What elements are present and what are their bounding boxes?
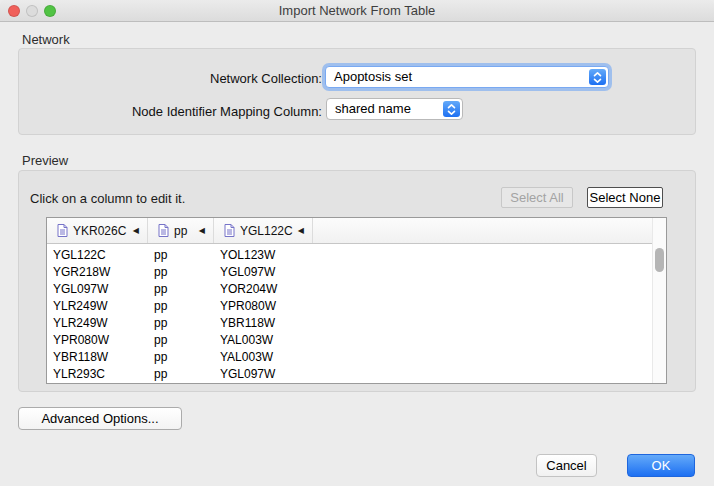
table-cell: YBR118W (214, 315, 313, 332)
table-cell: YLR293C (47, 366, 148, 383)
table-cell: YGL097W (47, 281, 148, 298)
preview-table-body: YGL122CppYOL123WYGR218WppYGL097WYGL097Wp… (47, 244, 652, 383)
mapping-column-select[interactable]: shared name (326, 98, 463, 120)
table-cell: YGL122C (47, 247, 148, 264)
table-cell: YGL097W (214, 264, 313, 281)
table-cell: YBR118W (47, 349, 148, 366)
table-cell: YGR218W (47, 264, 148, 281)
column-header-pp[interactable]: pp◀ (148, 218, 214, 243)
titlebar: Import Network From Table (0, 0, 714, 22)
scrollbar-thumb[interactable] (655, 248, 664, 272)
network-collection-label: Network Collection: (210, 71, 322, 86)
preview-table-header-row: YKR026C◀pp◀YGL122C◀ (47, 218, 652, 244)
preview-section-label: Preview (22, 153, 68, 168)
table-row: YGL097WppYOR204W (47, 281, 652, 298)
table-cell: YOL123W (214, 247, 313, 264)
network-collection-value: Apoptosis set (334, 69, 412, 84)
table-cell: YAL003W (214, 332, 313, 349)
zoom-window-icon[interactable] (44, 5, 56, 17)
minimize-window-icon[interactable] (26, 5, 38, 17)
table-cell: pp (148, 247, 214, 264)
window-title: Import Network From Table (0, 0, 714, 21)
column-collapse-icon[interactable]: ◀ (298, 227, 304, 235)
cancel-button[interactable]: Cancel (536, 454, 597, 477)
table-cell: YPR080W (47, 332, 148, 349)
column-type-icon (57, 224, 68, 237)
vertical-scrollbar[interactable] (652, 218, 666, 383)
table-cell: YLR249W (47, 315, 148, 332)
table-cell: pp (148, 349, 214, 366)
ok-button[interactable]: OK (627, 454, 695, 477)
table-cell: YGL097W (214, 366, 313, 383)
table-cell: pp (148, 332, 214, 349)
column-type-icon (224, 224, 235, 237)
select-all-button[interactable]: Select All (501, 187, 573, 208)
table-cell: pp (148, 281, 214, 298)
table-cell: YOR204W (214, 281, 313, 298)
import-network-dialog: Import Network From Table Network Networ… (0, 0, 714, 486)
column-header-filler (313, 218, 652, 243)
network-collection-select[interactable]: Apoptosis set (325, 66, 609, 88)
column-header-label: YKR026C (73, 224, 126, 238)
column-header-YKR026C[interactable]: YKR026C◀ (47, 218, 148, 243)
table-row: YLR293CppYGL097W (47, 366, 652, 383)
chevron-up-down-icon[interactable] (589, 69, 606, 85)
close-window-icon[interactable] (8, 5, 20, 17)
table-row: YLR249WppYPR080W (47, 298, 652, 315)
table-row: YLR249WppYBR118W (47, 315, 652, 332)
table-row: YPR080WppYAL003W (47, 332, 652, 349)
column-collapse-icon[interactable]: ◀ (199, 227, 205, 235)
mapping-column-label: Node Identifier Mapping Column: (132, 104, 322, 119)
chevron-up-down-icon[interactable] (443, 101, 460, 117)
table-cell: pp (148, 298, 214, 315)
table-cell: pp (148, 264, 214, 281)
mapping-column-value: shared name (335, 101, 411, 116)
table-cell: YLR249W (47, 298, 148, 315)
table-row: YGR218WppYGL097W (47, 264, 652, 281)
column-collapse-icon[interactable]: ◀ (133, 227, 139, 235)
table-row: YGL122CppYOL123W (47, 247, 652, 264)
table-row: YBR118WppYAL003W (47, 349, 652, 366)
preview-table: YKR026C◀pp◀YGL122C◀ YGL122CppYOL123WYGR2… (46, 217, 667, 384)
select-none-button[interactable]: Select None (587, 187, 663, 208)
column-header-label: YGL122C (240, 224, 293, 238)
table-cell: YPR080W (214, 298, 313, 315)
network-section-label: Network (22, 32, 70, 47)
preview-hint-text: Click on a column to edit it. (30, 191, 185, 206)
table-cell: pp (148, 366, 214, 383)
column-header-YGL122C[interactable]: YGL122C◀ (214, 218, 313, 243)
network-group-box (18, 48, 696, 135)
table-cell: YAL003W (214, 349, 313, 366)
column-type-icon (158, 224, 169, 237)
advanced-options-button[interactable]: Advanced Options... (18, 407, 182, 430)
column-header-label: pp (174, 224, 187, 238)
table-cell: pp (148, 315, 214, 332)
